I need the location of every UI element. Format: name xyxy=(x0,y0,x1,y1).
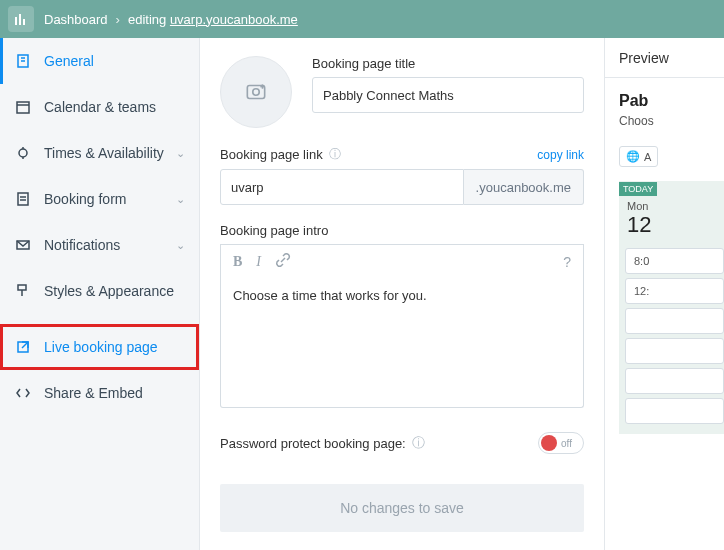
copy-link[interactable]: copy link xyxy=(537,148,584,162)
bold-icon[interactable]: B xyxy=(233,254,242,270)
chevron-down-icon: ⌄ xyxy=(176,239,185,252)
time-slot[interactable] xyxy=(625,308,724,334)
preview-header: Preview xyxy=(605,38,724,78)
preview-date: 12 xyxy=(619,212,724,244)
password-label: Password protect booking page: xyxy=(220,436,406,451)
help-icon[interactable]: ⓘ xyxy=(412,434,425,452)
preview-day: Mon xyxy=(619,196,724,212)
sidebar-item-label: Notifications xyxy=(44,237,120,253)
chevron-right-icon: › xyxy=(116,12,120,27)
time-slot[interactable] xyxy=(625,338,724,364)
help-icon[interactable]: ⓘ xyxy=(329,146,341,163)
svg-point-20 xyxy=(253,89,260,96)
preview-calendar: TODAY Mon 12 8:0 12: xyxy=(619,181,724,434)
save-bar: No changes to save xyxy=(220,484,584,532)
calendar-icon xyxy=(14,99,32,115)
document-icon xyxy=(14,53,32,69)
sidebar-item-label: General xyxy=(44,53,94,69)
svg-rect-15 xyxy=(18,285,26,290)
sidebar-item-live-page[interactable]: Live booking page xyxy=(0,324,199,370)
page-image-upload[interactable] xyxy=(220,56,292,128)
sidebar-item-label: Styles & Appearance xyxy=(44,283,174,299)
paint-icon xyxy=(14,283,32,299)
preview-pane: Preview Pab Choos 🌐 A TODAY Mon 12 8:0 1… xyxy=(604,38,724,550)
intro-toolbar: B I ? xyxy=(220,244,584,278)
breadcrumb-dashboard[interactable]: Dashboard xyxy=(44,12,108,27)
app-logo[interactable] xyxy=(8,6,34,32)
sidebar-item-booking-form[interactable]: Booking form ⌄ xyxy=(0,176,199,222)
svg-rect-2 xyxy=(23,19,25,25)
time-slot[interactable] xyxy=(625,398,724,424)
sidebar-item-label: Share & Embed xyxy=(44,385,143,401)
link-suffix: .youcanbook.me xyxy=(464,169,584,205)
link-input[interactable] xyxy=(220,169,464,205)
sidebar-item-times[interactable]: Times & Availability ⌄ xyxy=(0,130,199,176)
link-tool-icon[interactable] xyxy=(275,252,291,271)
svg-rect-6 xyxy=(17,102,29,113)
top-bar: Dashboard › editing uvarp.youcanbook.me xyxy=(0,0,724,38)
sidebar-item-label: Calendar & teams xyxy=(44,99,156,115)
sidebar-item-general[interactable]: General xyxy=(0,38,199,84)
help-icon[interactable]: ? xyxy=(563,254,571,270)
svg-point-8 xyxy=(19,149,27,157)
svg-rect-1 xyxy=(19,14,21,25)
password-toggle[interactable]: off xyxy=(538,432,584,454)
intro-label: Booking page intro xyxy=(220,223,584,238)
title-input[interactable] xyxy=(312,77,584,113)
toggle-state: off xyxy=(561,438,572,449)
breadcrumb-action: editing xyxy=(128,12,166,27)
sidebar-item-label: Live booking page xyxy=(44,339,158,355)
chevron-down-icon: ⌄ xyxy=(176,193,185,206)
svg-rect-11 xyxy=(18,193,28,205)
intro-textarea[interactable]: Choose a time that works for you. xyxy=(220,278,584,408)
sidebar-item-calendar[interactable]: Calendar & teams xyxy=(0,84,199,130)
svg-rect-0 xyxy=(15,17,17,25)
sidebar-item-label: Times & Availability xyxy=(44,145,164,161)
sidebar-item-styles[interactable]: Styles & Appearance xyxy=(0,268,199,314)
mail-icon xyxy=(14,237,32,253)
code-icon xyxy=(14,385,32,401)
time-slot[interactable]: 8:0 xyxy=(625,248,724,274)
breadcrumb-url[interactable]: uvarp.youcanbook.me xyxy=(170,12,298,27)
toggle-knob xyxy=(541,435,557,451)
form-icon xyxy=(14,191,32,207)
sidebar-item-label: Booking form xyxy=(44,191,126,207)
preview-title: Pab xyxy=(619,92,724,110)
sidebar-item-notifications[interactable]: Notifications ⌄ xyxy=(0,222,199,268)
external-link-icon xyxy=(14,339,32,355)
chevron-down-icon: ⌄ xyxy=(176,147,185,160)
italic-icon[interactable]: I xyxy=(256,254,261,270)
main-panel: Booking page title Booking page link ⓘ c… xyxy=(200,38,604,550)
globe-icon: 🌐 xyxy=(626,150,640,163)
title-label: Booking page title xyxy=(312,56,584,71)
watch-icon xyxy=(14,145,32,161)
today-badge: TODAY xyxy=(619,182,657,196)
sidebar-item-share[interactable]: Share & Embed xyxy=(0,370,199,416)
preview-subtitle: Choos xyxy=(619,114,724,128)
time-slot[interactable]: 12: xyxy=(625,278,724,304)
svg-line-18 xyxy=(22,342,28,348)
sidebar: General Calendar & teams Times & Availab… xyxy=(0,38,200,550)
time-slot[interactable] xyxy=(625,368,724,394)
language-selector[interactable]: 🌐 A xyxy=(619,146,658,167)
link-label: Booking page link xyxy=(220,147,323,162)
